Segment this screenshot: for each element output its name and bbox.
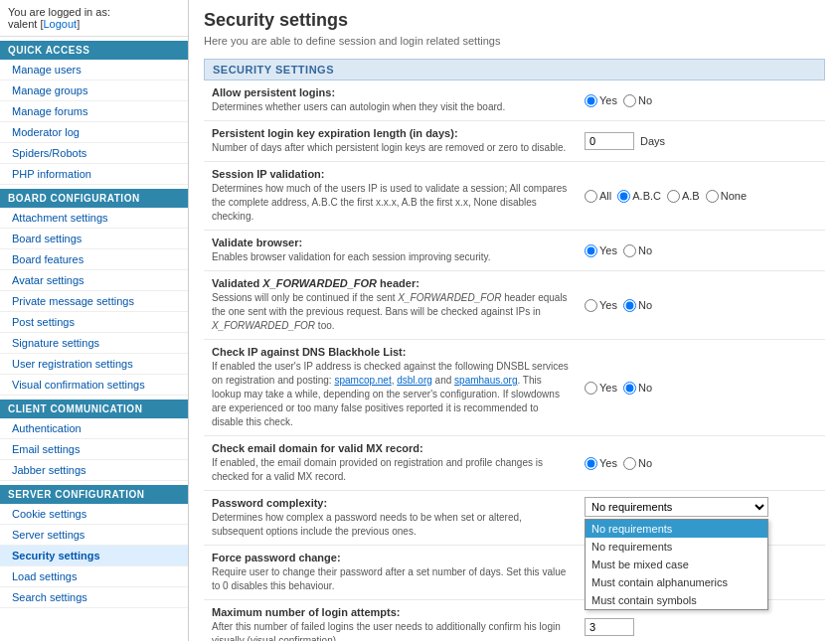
setting-label: Session IP validation: [212,168,569,180]
radio-abc[interactable] [617,190,630,203]
radio-no[interactable] [623,382,636,395]
setting-label: Persistent login key expiration length (… [212,127,569,139]
max-login-attempts-input[interactable] [585,618,634,636]
dropdown-option-no-req[interactable]: No requirements [586,538,767,556]
setting-label: Force password change: [212,552,569,563]
password-complexity-select[interactable]: No requirements Must be mixed case Must … [585,497,768,517]
logout-link[interactable]: Logout [43,18,77,30]
radio-yes[interactable] [585,94,597,107]
radio-ab-label[interactable]: A.B [667,190,700,203]
table-row: Persistent login key expiration length (… [204,121,825,162]
dropdown-option-symbols[interactable]: Must contain symbols [586,591,767,609]
dsbl-link[interactable]: dsbl.org [397,375,432,386]
radio-yes-label[interactable]: Yes [585,299,617,312]
setting-desc: Determines how much of the users IP is u… [212,182,569,224]
password-complexity-dropdown[interactable]: No requirements Must be mixed case Must … [585,497,817,517]
sidebar-item-security-settings[interactable]: Security settings [0,546,188,566]
sidebar-item-php-information[interactable]: PHP information [0,164,188,185]
client-comm-header: Client Communication [0,400,188,418]
sidebar: You are logged in as: valent [Logout] Qu… [0,0,189,641]
radio-no-label[interactable]: No [623,94,652,107]
radio-no-label[interactable]: No [623,382,652,395]
radio-no-label[interactable]: No [623,244,652,257]
logged-in-label: You are logged in as: [8,6,110,18]
setting-label: Allow persistent logins: [212,86,569,98]
radio-yes-label[interactable]: Yes [585,94,617,107]
radio-all-label[interactable]: All [585,190,611,203]
radio-all[interactable] [585,190,597,203]
sidebar-item-board-features[interactable]: Board features [0,249,188,270]
sidebar-item-search-settings[interactable]: Search settings [0,587,188,608]
radio-no[interactable] [623,94,636,107]
sidebar-item-jabber-settings[interactable]: Jabber settings [0,460,188,481]
sidebar-item-manage-forums[interactable]: Manage forums [0,101,188,122]
main-content: Security settings Here you are able to d… [189,0,840,641]
radio-group-email-mx: Yes No [585,457,817,470]
spamhaus-link[interactable]: spamhaus.org [454,375,517,386]
persistent-key-expiry-input[interactable] [585,132,634,150]
table-row: Check email domain for valid MX record: … [204,436,825,491]
spamcop-link[interactable]: spamcop.net [334,375,391,386]
radio-yes[interactable] [585,457,597,470]
sidebar-item-post-settings[interactable]: Post settings [0,312,188,333]
username: valent [8,18,37,30]
sidebar-item-moderator-log[interactable]: Moderator log [0,122,188,143]
inline-days-group: Days [585,132,817,150]
sidebar-item-signature-settings[interactable]: Signature settings [0,333,188,354]
radio-no[interactable] [623,244,636,257]
setting-label: Validate browser: [212,237,569,248]
setting-desc: Number of days after which persistent lo… [212,141,569,155]
radio-group-validate-browser: Yes No [585,244,817,257]
radio-abc-label[interactable]: A.B.C [617,190,661,203]
table-row: Validated X_FORWARDED_FOR header: Sessio… [204,271,825,340]
table-row: Validate browser: Enables browser valida… [204,231,825,271]
dropdown-option-alphanumeric[interactable]: Must contain alphanumerics [586,573,767,591]
sidebar-item-cookie-settings[interactable]: Cookie settings [0,504,188,525]
setting-desc: After this number of failed logins the u… [212,620,569,641]
sidebar-item-avatar-settings[interactable]: Avatar settings [0,270,188,291]
sidebar-item-spiders-robots[interactable]: Spiders/Robots [0,143,188,164]
radio-ab[interactable] [667,190,680,203]
setting-desc: Require user to change their password af… [212,565,569,593]
days-label: Days [640,135,665,147]
sidebar-item-visual-confirmation-settings[interactable]: Visual confirmation settings [0,375,188,396]
radio-no[interactable] [623,299,636,312]
sidebar-item-manage-users[interactable]: Manage users [0,60,188,80]
setting-label: Password complexity: [212,497,569,509]
page-subtitle: Here you are able to define session and … [204,35,825,47]
radio-yes-label[interactable]: Yes [585,457,617,470]
section-header: Security Settings [204,59,825,80]
sidebar-item-attachment-settings[interactable]: Attachment settings [0,208,188,229]
radio-group-xff: Yes No [585,299,817,312]
radio-no-label[interactable]: No [623,457,652,470]
radio-group-dns-blackhole: Yes No [585,382,817,395]
dropdown-option-mixed-case[interactable]: Must be mixed case [586,556,767,573]
radio-none[interactable] [706,190,719,203]
sidebar-item-board-settings[interactable]: Board settings [0,229,188,249]
radio-yes-label[interactable]: Yes [585,382,617,395]
sidebar-item-private-message-settings[interactable]: Private message settings [0,291,188,312]
sidebar-item-server-settings[interactable]: Server settings [0,525,188,546]
radio-group-session-ip: All A.B.C A.B None [585,190,817,203]
dropdown-selected-item[interactable]: No requirements [586,520,767,538]
radio-group-allow-persistent: Yes No [585,94,817,107]
quick-access-header: Quick Access [0,41,188,60]
setting-label: Check email domain for valid MX record: [212,442,569,454]
radio-yes[interactable] [585,382,597,395]
radio-yes[interactable] [585,299,597,312]
setting-desc: Determines how complex a password needs … [212,511,569,539]
table-row: Session IP validation: Determines how mu… [204,162,825,231]
sidebar-item-authentication[interactable]: Authentication [0,418,188,439]
radio-no[interactable] [623,457,636,470]
radio-yes-label[interactable]: Yes [585,244,617,257]
sidebar-item-email-settings[interactable]: Email settings [0,439,188,460]
setting-desc: Determines whether users can autologin w… [212,100,569,114]
radio-no-label[interactable]: No [623,299,652,312]
setting-desc: Enables browser validation for each sess… [212,250,569,264]
radio-none-label[interactable]: None [706,190,747,203]
table-row: Check IP against DNS Blackhole List: If … [204,340,825,436]
sidebar-item-manage-groups[interactable]: Manage groups [0,80,188,101]
radio-yes[interactable] [585,244,597,257]
sidebar-item-load-settings[interactable]: Load settings [0,566,188,587]
sidebar-item-user-registration-settings[interactable]: User registration settings [0,354,188,375]
